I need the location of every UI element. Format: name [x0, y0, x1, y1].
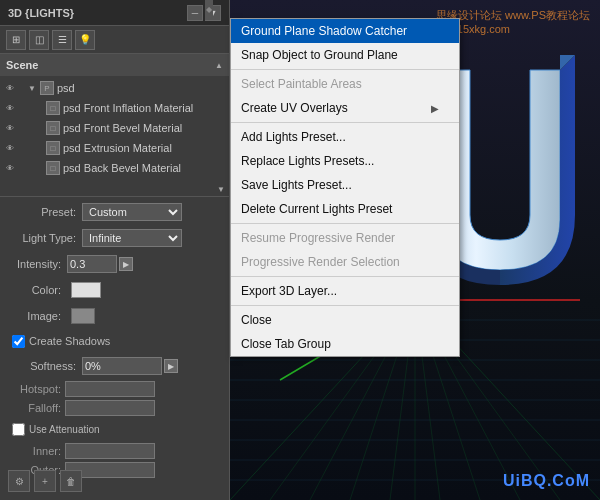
softness-input[interactable]	[82, 357, 162, 375]
scene-header: Scene ▲	[0, 54, 229, 76]
preset-select[interactable]: Custom	[82, 203, 182, 221]
submenu-arrow-icon: ▶	[431, 103, 439, 114]
scene-tool-button[interactable]: ◫	[29, 30, 49, 50]
tree-item-label: psd Front Bevel Material	[63, 122, 182, 134]
tree-item-label: psd Front Inflation Material	[63, 102, 193, 114]
menu-separator-1	[231, 69, 459, 70]
intensity-input[interactable]	[67, 255, 117, 273]
menu-item-snap-ground[interactable]: Snap Object to Ground Plane	[231, 43, 459, 67]
visibility-icon[interactable]: 👁	[4, 122, 16, 134]
menu-item-resume-render: Resume Progressive Render	[231, 226, 459, 250]
menu-separator-4	[231, 276, 459, 277]
list-item[interactable]: 👁 □ psd Extrusion Material	[0, 138, 229, 158]
minimize-button[interactable]: ─	[187, 5, 203, 21]
panel-title: 3D {LIGHTS}	[8, 7, 74, 19]
scene-tree: 👁 ▼ P psd 👁 □ psd Front Inflation Materi…	[0, 76, 229, 180]
watermark-bottom: UiBQ.CoM	[503, 472, 590, 490]
softness-label: Softness:	[6, 360, 76, 372]
layer-icon: □	[46, 121, 60, 135]
use-attenuation-row: Use Attenuation	[6, 419, 223, 439]
menu-item-ground-shadow[interactable]: Ground Plane Shadow Catcher	[231, 19, 459, 43]
light-type-select[interactable]: Infinite	[82, 229, 182, 247]
create-shadows-row: Create Shadows	[6, 331, 223, 351]
menu-item-select-paintable: Select Paintable Areas	[231, 72, 459, 96]
list-item[interactable]: 👁 ▼ P psd	[0, 78, 229, 98]
menu-separator-5	[231, 305, 459, 306]
color-swatch[interactable]	[71, 282, 101, 298]
scroll-up-arrow[interactable]: ▲	[215, 61, 223, 70]
menu-item-save-lights[interactable]: Save Lights Preset...	[231, 173, 459, 197]
preset-row: Preset: Custom	[6, 201, 223, 223]
visibility-icon[interactable]: 👁	[4, 82, 16, 94]
hotspot-input[interactable]	[65, 381, 155, 397]
menu-item-progressive-render: Progressive Render Selection	[231, 250, 459, 274]
create-shadows-label: Create Shadows	[29, 335, 110, 347]
menu-item-add-lights[interactable]: Add Lights Preset...	[231, 125, 459, 149]
add-button[interactable]: +	[34, 470, 56, 492]
image-swatch	[71, 308, 95, 324]
use-attenuation-checkbox[interactable]	[12, 423, 25, 436]
expand-arrow-icon[interactable]: ▼	[26, 82, 38, 94]
toolbar: ⊞ ◫ ☰ 💡	[0, 26, 229, 54]
layer-icon: □	[46, 101, 60, 115]
visibility-icon[interactable]: 👁	[4, 102, 16, 114]
properties-section: Preset: Custom Light Type: Infinite Inte…	[0, 197, 229, 485]
image-label: Image:	[6, 310, 61, 322]
context-menu: Ground Plane Shadow Catcher Snap Object …	[230, 18, 460, 357]
inner-input[interactable]	[65, 443, 155, 459]
layer-icon: □	[46, 141, 60, 155]
settings-button[interactable]: ⚙	[8, 470, 30, 492]
menu-item-close[interactable]: Close	[231, 308, 459, 332]
scroll-down-arrow[interactable]: ▼	[217, 185, 225, 194]
use-attenuation-label: Use Attenuation	[29, 424, 100, 435]
grid-tool-button[interactable]: ⊞	[6, 30, 26, 50]
falloff-input[interactable]	[65, 400, 155, 416]
hotspot-label: Hotspot:	[6, 383, 61, 395]
menu-separator-2	[231, 122, 459, 123]
delete-button[interactable]: 🗑	[60, 470, 82, 492]
tree-item-label: psd	[57, 82, 75, 94]
falloff-row: Falloff:	[6, 400, 223, 416]
falloff-label: Falloff:	[6, 402, 61, 414]
folder-icon: P	[40, 81, 54, 95]
intensity-row: Intensity: ▶	[6, 253, 223, 275]
menu-item-export-3d[interactable]: Export 3D Layer...	[231, 279, 459, 303]
left-panel: 3D {LIGHTS} ◆ ─ ▼ ⊞ ◫ ☰ 💡 Scene ▲ 👁 ▼	[0, 0, 230, 500]
light-tool-button[interactable]: 💡	[75, 30, 95, 50]
scene-section: Scene ▲ 👁 ▼ P psd 👁 □ psd Front Inflatio…	[0, 54, 229, 197]
menu-item-close-tab[interactable]: Close Tab Group	[231, 332, 459, 356]
menu-separator-3	[231, 223, 459, 224]
tree-item-label: psd Back Bevel Material	[63, 162, 181, 174]
list-item[interactable]: 👁 □ psd Front Inflation Material	[0, 98, 229, 118]
preset-label: Preset:	[6, 206, 76, 218]
list-tool-button[interactable]: ☰	[52, 30, 72, 50]
intensity-increment-button[interactable]: ▶	[119, 257, 133, 271]
inner-label: Inner:	[6, 445, 61, 457]
resize-handle[interactable]: ◆	[205, 0, 213, 20]
list-item[interactable]: 👁 □ psd Front Bevel Material	[0, 118, 229, 138]
intensity-label: Intensity:	[6, 258, 61, 270]
panel-header-icons: ◆ ─ ▼	[187, 5, 221, 21]
image-row: Image:	[6, 305, 223, 327]
light-type-row: Light Type: Infinite	[6, 227, 223, 249]
hotspot-row: Hotspot:	[6, 381, 223, 397]
panel-header: 3D {LIGHTS} ◆ ─ ▼	[0, 0, 229, 26]
menu-item-replace-lights[interactable]: Replace Lights Presets...	[231, 149, 459, 173]
inner-row: Inner:	[6, 443, 223, 459]
menu-item-create-uv[interactable]: Create UV Overlays ▶	[231, 96, 459, 120]
layer-icon: □	[46, 161, 60, 175]
scene-label: Scene	[6, 59, 38, 71]
softness-row: Softness: ▶	[6, 355, 223, 377]
bottom-toolbar: ⚙ + 🗑	[0, 466, 230, 496]
color-label: Color:	[6, 284, 61, 296]
light-type-label: Light Type:	[6, 232, 76, 244]
visibility-icon[interactable]: 👁	[4, 162, 16, 174]
visibility-icon[interactable]: 👁	[4, 142, 16, 154]
create-shadows-checkbox[interactable]	[12, 335, 25, 348]
list-item[interactable]: 👁 □ psd Back Bevel Material	[0, 158, 229, 178]
color-row: Color:	[6, 279, 223, 301]
tree-item-label: psd Extrusion Material	[63, 142, 172, 154]
menu-item-delete-lights[interactable]: Delete Current Lights Preset	[231, 197, 459, 221]
softness-increment-button[interactable]: ▶	[164, 359, 178, 373]
